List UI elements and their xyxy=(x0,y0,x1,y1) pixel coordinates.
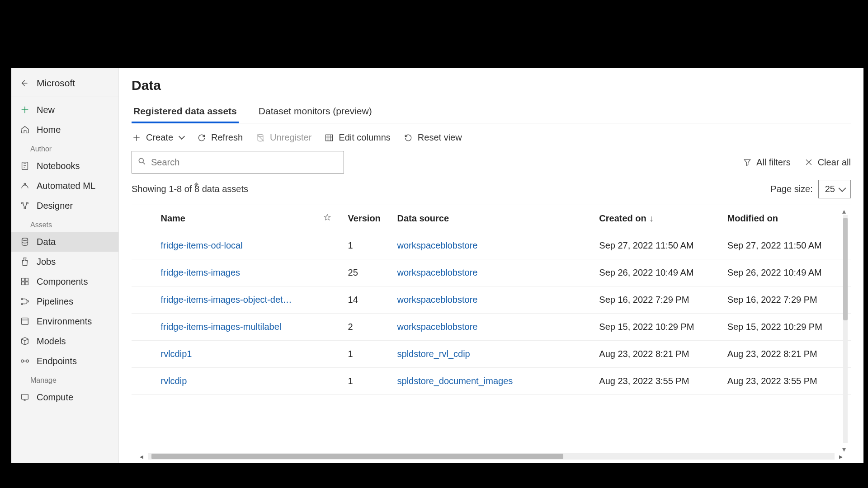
sidebar-item-pipelines[interactable]: Pipelines xyxy=(11,291,118,311)
tabs: Registered data assets Dataset monitors … xyxy=(132,101,851,123)
row-star[interactable] xyxy=(319,232,343,259)
plus-icon xyxy=(132,133,142,143)
row-star[interactable] xyxy=(319,286,343,314)
row-created: Aug 23, 2022 3:55 PM xyxy=(594,368,722,395)
row-star[interactable] xyxy=(319,368,343,395)
sidebar-item-automl[interactable]: Automated ML xyxy=(11,176,118,196)
automl-icon xyxy=(19,180,30,191)
row-star[interactable] xyxy=(319,341,343,368)
col-star[interactable] xyxy=(319,205,343,232)
tab-registered[interactable]: Registered data assets xyxy=(132,101,239,123)
sidebar-new[interactable]: New xyxy=(11,100,118,120)
row-checkbox[interactable] xyxy=(132,341,156,368)
data-source-link[interactable]: workspaceblobstore xyxy=(397,240,478,250)
hscroll-track[interactable] xyxy=(148,453,835,460)
endpoints-icon xyxy=(19,356,30,366)
row-modified: Aug 23, 2022 3:55 PM xyxy=(723,368,851,395)
asset-name-link[interactable]: fridge-items-images-multilabel xyxy=(160,322,281,332)
asset-name-link[interactable]: fridge-items-images-object-det… xyxy=(160,295,292,305)
unregister-button: Unregister xyxy=(255,132,311,143)
asset-name-link[interactable]: rvlcdip1 xyxy=(160,349,192,359)
sidebar-item-compute[interactable]: Compute xyxy=(11,387,118,407)
all-filters-button[interactable]: All filters xyxy=(743,157,791,168)
row-checkbox[interactable] xyxy=(132,314,156,341)
sidebar-item-jobs[interactable]: Jobs xyxy=(11,252,118,272)
table-row[interactable]: fridge-items-od-local1workspaceblobstore… xyxy=(132,232,851,259)
scroll-right-icon[interactable]: ▸ xyxy=(837,453,844,460)
sidebar-item-notebooks[interactable]: Notebooks xyxy=(11,156,118,176)
tab-dataset-monitors[interactable]: Dataset monitors (preview) xyxy=(257,101,374,123)
data-source-link[interactable]: spldstore_document_images xyxy=(397,376,513,386)
search-input[interactable] xyxy=(151,157,338,168)
refresh-button[interactable]: Refresh xyxy=(197,132,243,143)
sidebar-new-label: New xyxy=(37,105,55,115)
sidebar-item-designer[interactable]: Designer xyxy=(11,196,118,216)
section-author: Author xyxy=(11,140,118,156)
plus-icon xyxy=(19,104,30,115)
col-created-on[interactable]: Created on↓ xyxy=(594,205,722,232)
clear-all-button[interactable]: Clear all xyxy=(804,157,851,168)
svg-rect-7 xyxy=(25,278,28,281)
sidebar-home[interactable]: Home xyxy=(11,120,118,140)
data-source-link[interactable]: workspaceblobstore xyxy=(397,295,478,305)
reset-view-button[interactable]: Reset view xyxy=(403,132,462,143)
sidebar-item-data[interactable]: Data xyxy=(11,232,118,252)
filters-row: All filters Clear all xyxy=(132,151,851,174)
table-row[interactable]: rvlcdip1spldstore_document_imagesAug 23,… xyxy=(132,368,851,395)
vscroll-thumb[interactable] xyxy=(843,218,848,320)
sidebar-item-components[interactable]: Components xyxy=(11,272,118,291)
row-star[interactable] xyxy=(319,314,343,341)
toolbar-label: Unregister xyxy=(270,132,311,143)
scroll-down-icon[interactable]: ▾ xyxy=(842,445,849,451)
row-checkbox[interactable] xyxy=(132,232,156,259)
app-window: Microsoft New Home Author Notebooks Auto… xyxy=(11,68,863,463)
columns-icon xyxy=(324,133,334,143)
toolbar-label: Reset view xyxy=(418,132,462,143)
vscroll-track[interactable] xyxy=(843,215,848,443)
sort-desc-icon: ↓ xyxy=(649,213,654,223)
sidebar-item-label: Automated ML xyxy=(37,181,95,191)
vertical-scrollbar[interactable]: ▴ ▾ xyxy=(842,207,849,451)
asset-name-link[interactable]: rvlcdip xyxy=(160,376,187,386)
col-name[interactable]: Name xyxy=(156,205,319,232)
row-star[interactable] xyxy=(319,259,343,286)
designer-icon xyxy=(19,200,30,211)
data-table: Name Version Data source Created on↓ Mod… xyxy=(132,205,851,395)
scroll-up-icon[interactable]: ▴ xyxy=(842,207,849,213)
search-box[interactable] xyxy=(132,151,344,174)
asset-name-link[interactable]: fridge-items-od-local xyxy=(160,240,242,250)
data-source-link[interactable]: spldstore_rvl_cdip xyxy=(397,349,470,359)
horizontal-scrollbar[interactable]: ◂ ▸ xyxy=(138,452,844,460)
data-source-link[interactable]: workspaceblobstore xyxy=(397,322,478,332)
create-button[interactable]: Create xyxy=(132,132,184,143)
data-source-link[interactable]: workspaceblobstore xyxy=(397,267,478,277)
sidebar-item-environments[interactable]: Environments xyxy=(11,311,118,331)
models-icon xyxy=(19,336,30,347)
sidebar-item-label: Notebooks xyxy=(37,161,80,171)
svg-point-14 xyxy=(21,360,24,362)
hscroll-thumb[interactable] xyxy=(151,454,563,459)
filter-actions: All filters Clear all xyxy=(743,157,851,168)
sidebar-item-endpoints[interactable]: Endpoints xyxy=(11,351,118,371)
scroll-left-icon[interactable]: ◂ xyxy=(138,453,145,460)
col-checkbox[interactable] xyxy=(132,205,156,232)
col-data-source[interactable]: Data source xyxy=(393,205,595,232)
page-size-select[interactable]: 25 xyxy=(818,180,851,198)
col-version[interactable]: Version xyxy=(344,205,393,232)
table-row[interactable]: fridge-items-images-object-det…14workspa… xyxy=(132,286,851,314)
sidebar-item-label: Models xyxy=(37,336,66,347)
toolbar-label: Create xyxy=(146,132,173,143)
table-row[interactable]: rvlcdip11spldstore_rvl_cdipAug 23, 2022 … xyxy=(132,341,851,368)
table-row[interactable]: fridge-items-images25workspaceblobstoreS… xyxy=(132,259,851,286)
edit-columns-button[interactable]: Edit columns xyxy=(324,132,391,143)
brand-back[interactable]: Microsoft xyxy=(11,71,118,97)
asset-name-link[interactable]: fridge-items-images xyxy=(160,267,240,277)
sidebar-item-models[interactable]: Models xyxy=(11,331,118,351)
table-row[interactable]: fridge-items-images-multilabel2workspace… xyxy=(132,314,851,341)
unregister-icon xyxy=(255,133,265,143)
row-checkbox[interactable] xyxy=(132,286,156,314)
row-checkbox[interactable] xyxy=(132,259,156,286)
brand-label: Microsoft xyxy=(37,78,75,89)
col-modified-on[interactable]: Modified on xyxy=(723,205,851,232)
row-checkbox[interactable] xyxy=(132,368,156,395)
